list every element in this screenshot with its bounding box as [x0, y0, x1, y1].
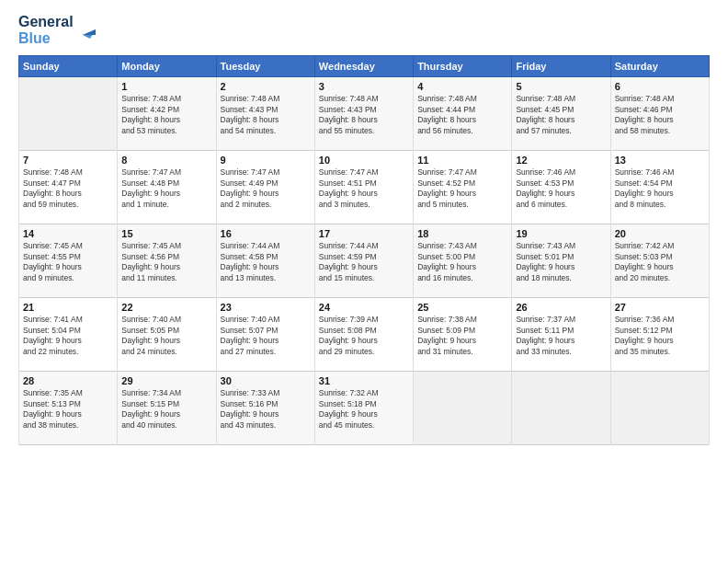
calendar-header-tuesday: Tuesday	[216, 56, 314, 77]
calendar-week-row: 1Sunrise: 7:48 AMSunset: 4:42 PMDaylight…	[19, 77, 710, 151]
calendar-cell: 7Sunrise: 7:48 AMSunset: 4:47 PMDaylight…	[19, 151, 118, 224]
calendar-table: SundayMondayTuesdayWednesdayThursdayFrid…	[18, 55, 710, 445]
day-number: 25	[417, 302, 507, 313]
calendar-header-saturday: Saturday	[610, 56, 709, 77]
day-number: 27	[615, 302, 705, 313]
header: General Blue	[18, 14, 710, 46]
calendar-cell: 19Sunrise: 7:43 AMSunset: 5:01 PMDayligh…	[512, 224, 610, 298]
day-info: Sunrise: 7:48 AMSunset: 4:47 PMDaylight:…	[23, 167, 113, 210]
day-info: Sunrise: 7:41 AMSunset: 5:04 PMDaylight:…	[23, 315, 113, 357]
calendar-cell: 23Sunrise: 7:40 AMSunset: 5:07 PMDayligh…	[216, 298, 314, 372]
day-info: Sunrise: 7:48 AMSunset: 4:44 PMDaylight:…	[417, 94, 507, 136]
calendar-cell: 27Sunrise: 7:36 AMSunset: 5:12 PMDayligh…	[610, 298, 709, 372]
day-number: 7	[23, 155, 113, 166]
calendar-cell: 13Sunrise: 7:46 AMSunset: 4:54 PMDayligh…	[610, 151, 709, 224]
day-info: Sunrise: 7:48 AMSunset: 4:45 PMDaylight:…	[516, 94, 606, 136]
day-number: 29	[121, 375, 211, 386]
day-number: 21	[23, 302, 113, 313]
calendar-header-row: SundayMondayTuesdayWednesdayThursdayFrid…	[19, 56, 710, 77]
svg-marker-1	[83, 29, 96, 35]
day-info: Sunrise: 7:46 AMSunset: 4:54 PMDaylight:…	[615, 167, 705, 210]
logo-line2: Blue	[18, 30, 74, 47]
day-number: 28	[23, 375, 113, 386]
calendar-cell: 31Sunrise: 7:32 AMSunset: 5:18 PMDayligh…	[314, 372, 413, 445]
calendar-cell: 15Sunrise: 7:45 AMSunset: 4:56 PMDayligh…	[118, 224, 216, 298]
calendar-header-wednesday: Wednesday	[314, 56, 413, 77]
day-info: Sunrise: 7:48 AMSunset: 4:42 PMDaylight:…	[121, 94, 211, 136]
day-info: Sunrise: 7:47 AMSunset: 4:48 PMDaylight:…	[121, 167, 211, 210]
day-number: 16	[221, 228, 311, 239]
calendar-header-sunday: Sunday	[19, 56, 118, 77]
calendar-cell: 5Sunrise: 7:48 AMSunset: 4:45 PMDaylight…	[512, 77, 610, 151]
calendar-cell: 14Sunrise: 7:45 AMSunset: 4:55 PMDayligh…	[19, 224, 118, 298]
calendar-cell: 17Sunrise: 7:44 AMSunset: 4:59 PMDayligh…	[314, 224, 413, 298]
day-number: 6	[615, 81, 705, 92]
calendar-header-monday: Monday	[118, 56, 216, 77]
day-number: 31	[319, 375, 409, 386]
calendar-week-row: 28Sunrise: 7:35 AMSunset: 5:13 PMDayligh…	[19, 372, 710, 445]
logo: General Blue	[18, 14, 96, 46]
calendar-cell: 1Sunrise: 7:48 AMSunset: 4:42 PMDaylight…	[118, 77, 216, 151]
day-number: 3	[319, 81, 409, 92]
calendar-week-row: 21Sunrise: 7:41 AMSunset: 5:04 PMDayligh…	[19, 298, 710, 372]
day-info: Sunrise: 7:34 AMSunset: 5:15 PMDaylight:…	[121, 388, 211, 431]
calendar-cell: 28Sunrise: 7:35 AMSunset: 5:13 PMDayligh…	[19, 372, 118, 445]
day-info: Sunrise: 7:33 AMSunset: 5:16 PMDaylight:…	[221, 388, 311, 431]
calendar-week-row: 14Sunrise: 7:45 AMSunset: 4:55 PMDayligh…	[19, 224, 710, 298]
day-info: Sunrise: 7:48 AMSunset: 4:46 PMDaylight:…	[615, 94, 705, 136]
day-number: 20	[615, 228, 705, 239]
day-number: 8	[121, 155, 211, 166]
day-info: Sunrise: 7:44 AMSunset: 4:58 PMDaylight:…	[221, 241, 311, 283]
day-info: Sunrise: 7:42 AMSunset: 5:03 PMDaylight:…	[615, 241, 705, 283]
calendar-header-friday: Friday	[512, 56, 610, 77]
calendar-cell: 26Sunrise: 7:37 AMSunset: 5:11 PMDayligh…	[512, 298, 610, 372]
day-info: Sunrise: 7:36 AMSunset: 5:12 PMDaylight:…	[615, 315, 705, 357]
calendar-cell: 29Sunrise: 7:34 AMSunset: 5:15 PMDayligh…	[118, 372, 216, 445]
calendar-cell	[19, 77, 118, 151]
calendar-header-thursday: Thursday	[414, 56, 512, 77]
day-info: Sunrise: 7:46 AMSunset: 4:53 PMDaylight:…	[516, 167, 606, 210]
calendar-cell: 6Sunrise: 7:48 AMSunset: 4:46 PMDaylight…	[610, 77, 709, 151]
day-number: 5	[516, 81, 606, 92]
day-number: 10	[319, 155, 409, 166]
day-info: Sunrise: 7:38 AMSunset: 5:09 PMDaylight:…	[417, 315, 507, 357]
calendar-cell	[414, 372, 512, 445]
day-info: Sunrise: 7:47 AMSunset: 4:51 PMDaylight:…	[319, 167, 409, 210]
calendar-cell: 3Sunrise: 7:48 AMSunset: 4:43 PMDaylight…	[314, 77, 413, 151]
day-info: Sunrise: 7:43 AMSunset: 5:00 PMDaylight:…	[417, 241, 507, 283]
day-number: 19	[516, 228, 606, 239]
day-info: Sunrise: 7:44 AMSunset: 4:59 PMDaylight:…	[319, 241, 409, 283]
day-info: Sunrise: 7:48 AMSunset: 4:43 PMDaylight:…	[221, 94, 311, 136]
calendar-cell: 11Sunrise: 7:47 AMSunset: 4:52 PMDayligh…	[414, 151, 512, 224]
calendar-cell: 10Sunrise: 7:47 AMSunset: 4:51 PMDayligh…	[314, 151, 413, 224]
calendar-cell: 25Sunrise: 7:38 AMSunset: 5:09 PMDayligh…	[414, 298, 512, 372]
calendar-cell: 20Sunrise: 7:42 AMSunset: 5:03 PMDayligh…	[610, 224, 709, 298]
calendar-cell	[512, 372, 610, 445]
calendar-cell: 30Sunrise: 7:33 AMSunset: 5:16 PMDayligh…	[216, 372, 314, 445]
day-info: Sunrise: 7:47 AMSunset: 4:49 PMDaylight:…	[221, 167, 311, 210]
day-number: 14	[23, 228, 113, 239]
page: General Blue SundayMondayTuesdayWednesda…	[0, 0, 728, 563]
day-number: 30	[221, 375, 311, 386]
day-number: 26	[516, 302, 606, 313]
day-number: 4	[417, 81, 507, 92]
calendar-cell: 9Sunrise: 7:47 AMSunset: 4:49 PMDaylight…	[216, 151, 314, 224]
day-info: Sunrise: 7:45 AMSunset: 4:56 PMDaylight:…	[121, 241, 211, 283]
calendar-cell: 8Sunrise: 7:47 AMSunset: 4:48 PMDaylight…	[118, 151, 216, 224]
calendar-cell: 4Sunrise: 7:48 AMSunset: 4:44 PMDaylight…	[414, 77, 512, 151]
calendar-cell	[610, 372, 709, 445]
day-info: Sunrise: 7:39 AMSunset: 5:08 PMDaylight:…	[319, 315, 409, 357]
day-info: Sunrise: 7:43 AMSunset: 5:01 PMDaylight:…	[516, 241, 606, 283]
calendar-cell: 22Sunrise: 7:40 AMSunset: 5:05 PMDayligh…	[118, 298, 216, 372]
day-number: 11	[417, 155, 507, 166]
day-number: 22	[121, 302, 211, 313]
day-number: 9	[221, 155, 311, 166]
day-number: 23	[221, 302, 311, 313]
logo-line1: General	[18, 14, 74, 30]
day-number: 17	[319, 228, 409, 239]
day-info: Sunrise: 7:47 AMSunset: 4:52 PMDaylight:…	[417, 167, 507, 210]
calendar-week-row: 7Sunrise: 7:48 AMSunset: 4:47 PMDaylight…	[19, 151, 710, 224]
day-info: Sunrise: 7:40 AMSunset: 5:07 PMDaylight:…	[221, 315, 311, 357]
day-number: 2	[221, 81, 311, 92]
day-number: 15	[121, 228, 211, 239]
